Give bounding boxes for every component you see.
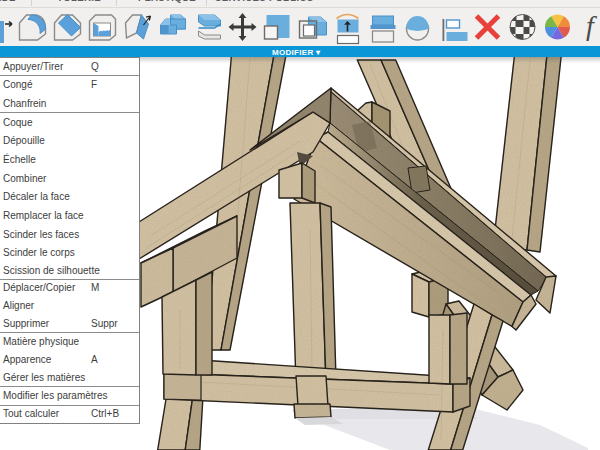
svg-text:f: f (586, 10, 597, 41)
